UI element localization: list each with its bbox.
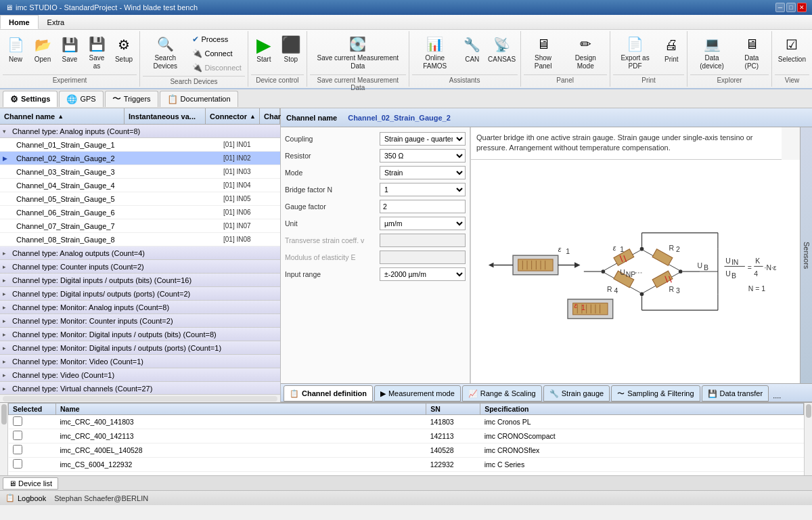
channel-item-6[interactable]: Channel_06_Strain_Gauge_6 [01] IN06: [0, 206, 280, 219]
tab-documentation[interactable]: 📋 Documentation: [160, 91, 238, 107]
disconnect-button[interactable]: 🔌 Disconnect: [189, 61, 244, 74]
bottom-tab-sampling-filtering[interactable]: 〜 Sampling & Filtering: [611, 385, 700, 402]
show-panel-button[interactable]: 🖥 Show Panel: [524, 32, 563, 73]
group-monitor-counter[interactable]: ▸ Channel type: Monitor: Counter inputs …: [0, 314, 280, 328]
mode-value[interactable]: Strain: [380, 166, 466, 179]
start-button[interactable]: ▶ Start: [251, 32, 277, 73]
more-tabs-button[interactable]: ····: [770, 393, 784, 402]
bottom-tab-data-transfer[interactable]: 💾 Data transfer: [702, 385, 769, 402]
process-button[interactable]: ✔ Process: [189, 32, 244, 46]
coupling-select[interactable]: Strain gauge - quarter-bridge: [380, 132, 466, 146]
group-video[interactable]: ▸ Channel type: Video (Count=1): [0, 368, 280, 382]
transverse-value[interactable]: [380, 234, 466, 247]
sensors-sidebar[interactable]: Sensors: [800, 127, 812, 383]
tab-triggers[interactable]: 〜 Triggers: [105, 91, 158, 107]
input-range-value[interactable]: ±-2000 µm/m: [380, 267, 466, 281]
coupling-value[interactable]: Strain gauge - quarter-bridge: [380, 132, 466, 146]
svg-text:1: 1: [620, 246, 624, 253]
close-button[interactable]: ✕: [797, 3, 807, 12]
col-header-instant[interactable]: Instantaneous va...: [125, 108, 206, 124]
menu-tab-extra[interactable]: Extra: [39, 15, 74, 29]
search-devices-button[interactable]: 🔍 Search Devices: [143, 32, 187, 73]
th-name[interactable]: Name: [56, 404, 426, 415]
group-monitor-analog[interactable]: ▸ Channel type: Monitor: Analog inputs (…: [0, 301, 280, 314]
h-scrollbar[interactable]: [3, 396, 277, 402]
col-header-channel[interactable]: Chann: [260, 108, 280, 124]
online-famos-button[interactable]: 📊 Online FAMOS: [412, 32, 458, 73]
print-button[interactable]: 🖨 Print: [658, 32, 684, 73]
unit-value[interactable]: µm/m: [380, 217, 466, 230]
save-measurement-button[interactable]: 💽 Save current Measurement Data: [310, 32, 406, 73]
input-range-select[interactable]: ±-2000 µm/m: [380, 267, 466, 281]
gauge-factor-value[interactable]: [380, 200, 466, 213]
resistor-select[interactable]: 350 Ω: [380, 149, 466, 162]
bottom-tab-channel-definition[interactable]: 📋 Channel definition: [284, 385, 373, 402]
device-row-1[interactable]: imc_CRC_400_141803 141803 imc Cronos PL: [9, 415, 804, 429]
export-pdf-button[interactable]: 📄 Export as PDF: [613, 32, 658, 73]
save-button[interactable]: 💾 Save: [57, 32, 83, 73]
bottom-tab-strain-gauge[interactable]: 🔧 Strain gauge: [543, 385, 610, 402]
group-analog-inputs[interactable]: ▾ Channel type: Analog inputs (Count=8): [0, 125, 280, 138]
device-checkbox-3[interactable]: [13, 445, 22, 454]
group-monitor-digital-bits[interactable]: ▸ Channel type: Monitor: Digital inputs …: [0, 328, 280, 341]
transverse-input: [380, 234, 466, 247]
gauge-factor-input[interactable]: [380, 200, 466, 213]
setup-button[interactable]: ⚙ Setup: [111, 32, 137, 73]
group-digital-io-bits[interactable]: ▸ Channel type: Digital inputs / outputs…: [0, 274, 280, 287]
bridge-factor-select[interactable]: 1: [380, 183, 466, 196]
device-list-tab[interactable]: 🖥 Device list: [3, 477, 58, 490]
device-v-scrollbar[interactable]: [1, 404, 7, 425]
device-row-3[interactable]: imc_CRC_400EL_140528 140528 imc CRONOSfl…: [9, 443, 804, 458]
col-header-name[interactable]: Channel name ▲: [0, 108, 125, 124]
resistor-value[interactable]: 350 Ω: [380, 149, 466, 162]
bridge-factor-value[interactable]: 1: [380, 183, 466, 196]
tab-settings[interactable]: ⚙ Settings: [3, 91, 58, 107]
menu-tab-home[interactable]: Home: [0, 15, 39, 29]
device-checkbox-4[interactable]: [13, 459, 22, 469]
modulus-value[interactable]: [380, 251, 466, 264]
cansas-button[interactable]: 📡 CANSAS: [487, 32, 518, 73]
v-scrollbar-right-thumb[interactable]: [806, 404, 811, 418]
stop-button[interactable]: ⬛ Stop: [278, 32, 304, 73]
bottom-tab-range-scaling[interactable]: 📈 Range & Scaling: [462, 385, 542, 402]
tab-gps[interactable]: 🌐 GPS: [59, 91, 103, 107]
panel-group-label: Panel: [524, 74, 607, 85]
group-counter-inputs[interactable]: ▸ Channel type: Counter inputs (Count=2): [0, 260, 280, 274]
data-device-button[interactable]: 💻 Data (device): [690, 32, 734, 73]
th-selected[interactable]: Selected: [9, 404, 56, 415]
bottom-tab-measurement-mode[interactable]: ▶ Measurement mode: [374, 385, 461, 402]
open-button[interactable]: 📂 Open: [30, 32, 55, 73]
channel-item-5[interactable]: Channel_05_Strain_Gauge_5 [01] IN05: [0, 192, 280, 206]
device-checkbox-2[interactable]: [13, 431, 22, 440]
th-sn[interactable]: SN: [426, 404, 480, 415]
maximize-button[interactable]: □: [786, 3, 796, 12]
channel-item-4[interactable]: Channel_04_Strain_Gauge_4 [01] IN04: [0, 179, 280, 192]
channel-item-3[interactable]: Channel_03_Strain_Gauge_3 [01] IN03: [0, 165, 280, 179]
device-row-4[interactable]: imc_CS_6004_122932 122932 imc C Series: [9, 458, 804, 472]
new-button[interactable]: 📄 New: [3, 32, 28, 73]
save-as-button[interactable]: 💾 Save as: [84, 32, 110, 73]
data-pc-button[interactable]: 🖥 Data (PC): [735, 32, 769, 73]
group-monitor-digital-ports[interactable]: ▸ Channel type: Monitor: Digital inputs …: [0, 341, 280, 355]
group-digital-io-ports[interactable]: ▸ Channel type: Digital inputs/ outputs …: [0, 287, 280, 301]
group-virtual[interactable]: ▸ Channel type: Virtual channels (Count=…: [0, 382, 280, 394]
channel-item-2[interactable]: ▶ Channel_02_Strain_Gauge_2 [01] IN02: [0, 152, 280, 165]
channel-item-7[interactable]: Channel_07_Strain_Gauge_7 [01] IN07: [0, 219, 280, 233]
logbook-link[interactable]: 📋 Logbook: [5, 494, 46, 502]
device-row-2[interactable]: imc_CRC_400_142113 142113 imc CRONOScomp…: [9, 429, 804, 443]
can-button[interactable]: 🔧 CAN: [459, 32, 485, 73]
design-mode-button[interactable]: ✏ Design Mode: [564, 32, 607, 73]
svg-text:2: 2: [676, 246, 680, 253]
group-monitor-video[interactable]: ▸ Channel type: Monitor: Video (Count=1): [0, 355, 280, 368]
channel-item-8[interactable]: Channel_08_Strain_Gauge_8 [01] IN08: [0, 233, 280, 246]
unit-select[interactable]: µm/m: [380, 217, 466, 230]
col-header-connector[interactable]: Connector ▲: [206, 108, 260, 124]
minimize-button[interactable]: ─: [775, 3, 785, 12]
mode-select[interactable]: Strain: [380, 166, 466, 179]
th-spec[interactable]: Specification: [480, 404, 804, 415]
device-checkbox-1[interactable]: [13, 416, 22, 426]
connect-button[interactable]: 🔌 Connect: [189, 47, 244, 60]
group-analog-outputs[interactable]: ▸ Channel type: Analog outputs (Count=4): [0, 246, 280, 260]
selection-button[interactable]: ☑ Selection: [775, 32, 809, 73]
channel-item-1[interactable]: Channel_01_Strain_Gauge_1 [01] IN01: [0, 138, 280, 152]
